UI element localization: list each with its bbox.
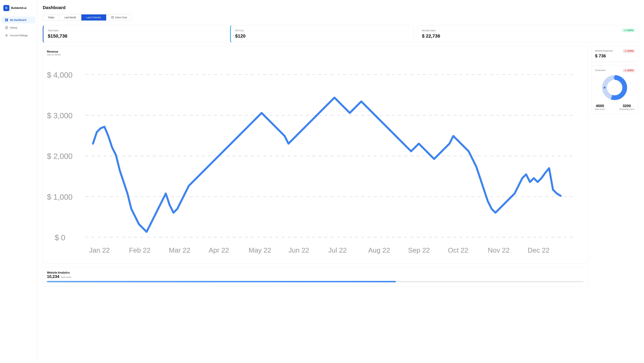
api-cost-value: $120 — [235, 33, 410, 39]
repeating-users-stat: 3200 Repeating Users — [619, 104, 634, 110]
svg-rect-2 — [5, 20, 6, 21]
calendar-icon — [111, 16, 114, 19]
down-arrow-icon: ↘ — [624, 50, 626, 52]
monthly-sales-value: $ 22,736 — [422, 33, 634, 39]
svg-text:Nov 22: Nov 22 — [488, 246, 510, 254]
svg-text:Mar 22: Mar 22 — [169, 246, 190, 254]
customers-down-icon: ↘ — [624, 69, 626, 72]
up-arrow-icon: ↗ — [624, 29, 626, 32]
total-sales-value: $150,736 — [48, 33, 222, 39]
sidebar-label-my-dashboard: My Dashboard — [10, 19, 26, 21]
customers-badge-value: -0.97% — [627, 69, 633, 72]
svg-text:Feb 22: Feb 22 — [129, 246, 150, 254]
svg-text:Oct 22: Oct 22 — [448, 246, 468, 254]
stats-row: Total Sales $150,736 API Cost $120 Month… — [43, 25, 638, 43]
svg-text:$ 1,000: $ 1,000 — [47, 193, 72, 201]
revenue-title: Revenue — [47, 50, 584, 53]
revenue-chart-container: $ 4,000 $ 3,000 $ 2,000 $ 1,000 $ 0 Jan … — [47, 59, 584, 259]
settings-icon — [5, 34, 8, 37]
main-content: Dashboard Today Last Month Last 6 Months… — [37, 0, 644, 363]
sidebar-item-account-settings[interactable]: Account Settings — [2, 32, 35, 39]
analytics-bar-fill — [47, 281, 396, 282]
svg-text:$ 0: $ 0 — [55, 233, 66, 242]
sidebar-label-account-settings: Account Settings — [10, 34, 28, 37]
analytics-title: Website Analytics — [47, 271, 584, 274]
website-analytics-card: Website Analytics 10,234 Total views — [43, 267, 588, 286]
analytics-label: Total views — [60, 276, 71, 278]
svg-text:$ 4,000: $ 4,000 — [47, 71, 72, 79]
svg-text:$ 3,000: $ 3,000 — [47, 111, 72, 120]
sidebar-label-history: History — [10, 26, 18, 29]
svg-rect-1 — [7, 19, 8, 20]
dashboard-icon — [5, 19, 8, 22]
sidebar: B Builderkit.ai My Dashboard History Acc… — [0, 0, 37, 363]
monthly-sales-badge-value: +5.97% — [626, 29, 633, 32]
left-panel: Revenue Last 12 months $ 4,000 $ 3,000 $… — [43, 46, 588, 286]
tab-select-date[interactable]: Select Date — [106, 15, 132, 21]
stat-card-total-sales: Total Sales $150,736 — [43, 25, 227, 43]
monthly-expenses-badge: ↘ -0.97% — [623, 49, 635, 53]
svg-point-34 — [614, 77, 616, 79]
svg-text:Jun 22: Jun 22 — [288, 246, 309, 254]
customers-card: Customers ↘ -0.97% — [591, 66, 638, 114]
sidebar-item-my-dashboard[interactable]: My Dashboard — [2, 17, 35, 24]
analytics-value: 10,234 — [47, 274, 59, 279]
donut-stats: 4000 New Users 3200 Repeating Users — [595, 104, 634, 110]
sidebar-item-history[interactable]: History — [2, 24, 35, 31]
select-date-label: Select Date — [115, 16, 127, 19]
page-title: Dashboard — [43, 5, 638, 10]
customers-badge: ↘ -0.97% — [623, 69, 635, 72]
monthly-expenses-badge-value: -0.97% — [627, 50, 633, 52]
svg-text:Sep 22: Sep 22 — [408, 246, 430, 254]
svg-text:Jul 22: Jul 22 — [328, 246, 347, 254]
svg-point-5 — [6, 35, 7, 36]
analytics-stats-row: 10,234 Total views — [47, 274, 584, 279]
revenue-subtitle: Last 12 months — [47, 54, 584, 56]
svg-rect-0 — [5, 19, 6, 20]
svg-text:Jan 22: Jan 22 — [89, 246, 110, 254]
repeating-users-value: 3200 — [619, 104, 634, 108]
donut-svg — [601, 74, 628, 101]
svg-rect-3 — [7, 20, 8, 21]
filter-tabs: Today Last Month Last 6 Months Select Da… — [43, 14, 132, 21]
monthly-expenses-card: Monthly Expenses $ 736 ↘ -0.97% — [591, 46, 638, 62]
svg-text:Aug 22: Aug 22 — [368, 246, 390, 254]
stat-card-monthly-sales: Monthly Sales $ 22,736 ↗ +5.97% — [418, 25, 638, 43]
logo-area: B Builderkit.ai — [0, 3, 37, 16]
repeating-users-label: Repeating Users — [619, 108, 634, 110]
logo-icon: B — [3, 5, 10, 11]
monthly-sales-label: Monthly Sales — [422, 29, 634, 32]
new-users-stat: 4000 New Users — [595, 104, 605, 110]
monthly-expenses-value: $ 736 — [595, 53, 634, 59]
monthly-sales-badge: ↗ +5.97% — [622, 29, 635, 32]
svg-rect-6 — [111, 17, 113, 19]
app-name: Builderkit.ai — [11, 7, 26, 10]
svg-text:Dec 22: Dec 22 — [528, 246, 550, 254]
total-sales-label: Total Sales — [48, 29, 222, 32]
tab-last-month[interactable]: Last Month — [59, 15, 81, 21]
svg-text:$ 2,000: $ 2,000 — [47, 152, 72, 161]
analytics-bar — [47, 281, 584, 282]
tab-last-6-months[interactable]: Last 6 Months — [81, 15, 106, 21]
new-users-label: New Users — [595, 108, 605, 110]
content-grid: Revenue Last 12 months $ 4,000 $ 3,000 $… — [43, 46, 638, 286]
svg-text:May 22: May 22 — [248, 246, 271, 254]
new-users-value: 4000 — [595, 104, 605, 108]
api-cost-label: API Cost — [235, 29, 410, 32]
svg-point-37 — [604, 87, 606, 89]
right-panel: Monthly Expenses $ 736 ↘ -0.97% Customer… — [591, 46, 638, 286]
svg-text:Apr 22: Apr 22 — [209, 246, 229, 254]
revenue-chart-card: Revenue Last 12 months $ 4,000 $ 3,000 $… — [43, 46, 588, 264]
tab-today[interactable]: Today — [43, 15, 59, 21]
svg-point-36 — [614, 97, 616, 99]
svg-point-35 — [624, 87, 626, 89]
history-icon — [5, 26, 8, 29]
donut-container — [595, 74, 634, 101]
revenue-svg: $ 4,000 $ 3,000 $ 2,000 $ 1,000 $ 0 Jan … — [47, 59, 584, 259]
stat-card-api-cost: API Cost $120 — [230, 25, 414, 43]
